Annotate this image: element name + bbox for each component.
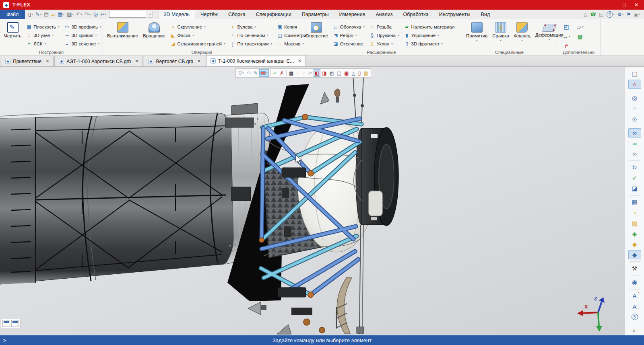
shaded-edges-mode-icon[interactable]: ◆ — [628, 250, 641, 259]
help-icon[interactable]: ?▾ — [606, 10, 616, 18]
viewport-settings-icon[interactable]: ▢ — [628, 69, 641, 78]
settings-gear-icon[interactable]: ⚙▾ — [617, 10, 624, 18]
window-layout-button-1[interactable] — [2, 320, 10, 327]
revolve-button[interactable]: Вращение — [141, 21, 167, 39]
ribbon-item-3d-fragment[interactable]: ▯3D фрагмент▾ — [402, 39, 456, 48]
more-tools-icon[interactable]: » — [628, 326, 641, 335]
window-layout-button-2[interactable] — [11, 320, 19, 327]
tab-specifications[interactable]: Спецификации — [251, 10, 297, 19]
zoom-previous-icon[interactable]: ⊙ — [628, 115, 641, 124]
ribbon-item-3d-curve[interactable]: ∼3D кривая▾ — [63, 31, 103, 39]
tab-analysis[interactable]: Анализ — [370, 10, 398, 19]
zoom-window-icon[interactable]: ◌ — [628, 104, 641, 113]
flange-button[interactable]: Фланец ▾ — [512, 21, 532, 43]
check-model-icon[interactable]: ✓ — [628, 173, 641, 183]
select-arc-icon[interactable]: ◠ — [246, 69, 252, 77]
show-construction-icon[interactable]: ∞ — [628, 139, 641, 148]
tab-view[interactable]: Вид — [476, 10, 495, 19]
show-elements-icon[interactable]: ∞ — [628, 128, 641, 138]
ribbon-item-3d-node[interactable]: ∴3D узел▾ — [25, 31, 61, 39]
ribbon-item-trim[interactable]: ◪Отсечение — [331, 39, 366, 48]
print-icon[interactable]: ▥▾ — [66, 10, 74, 18]
tab-3d-model[interactable]: 3D Модель — [158, 10, 195, 19]
undo-icon[interactable]: ↶▾ — [75, 10, 83, 18]
ribbon-item-draft[interactable]: ∠Уклон▾ — [368, 39, 401, 48]
document-tab-spacecraft[interactable]: ◆ Т-1-000 Космический аппарат С... ✕ — [206, 55, 306, 66]
snap-3d-node-icon[interactable]: ∴ — [295, 69, 301, 77]
close-button[interactable]: ✕ — [630, 0, 642, 10]
ribbon-item-3d-section[interactable]: ◒3D сечение▾ — [63, 39, 103, 48]
redo-icon[interactable]: ↷▾ — [84, 10, 91, 18]
calculator-icon[interactable]: ▩ — [573, 32, 587, 41]
flag-icon[interactable]: ⚑ — [625, 10, 632, 18]
support-chat-icon[interactable]: ☎ — [589, 10, 597, 18]
new-3d-model-icon[interactable]: ✎▾ — [35, 10, 42, 18]
document-properties-icon[interactable]: ▤ — [43, 10, 50, 18]
selection-filter-icon[interactable]: ▽▾ — [237, 69, 245, 77]
select-rectangle-icon[interactable]: ▾ — [259, 69, 269, 77]
rotate-view-icon[interactable]: ↻ — [628, 163, 641, 172]
maximize-button[interactable]: □ — [618, 0, 630, 10]
snap-grid-icon[interactable]: ▦ — [288, 69, 295, 77]
dimension-icon[interactable]: ↔▾ — [559, 32, 573, 41]
font-decrease-icon[interactable]: A — [628, 302, 641, 311]
ribbon-item-3d-profile[interactable]: ▭3D профиль▾ — [63, 23, 103, 31]
select-sheet-icon[interactable]: ▯ — [357, 69, 362, 77]
open-folder-icon[interactable]: ▱ — [50, 10, 56, 18]
hidden-lines-mode-icon[interactable]: ▧ — [628, 219, 641, 228]
ribbon-item-simplify[interactable]: ▮Упрощение▾ — [402, 31, 456, 39]
snap-magnet-icon[interactable]: ∩ — [628, 80, 641, 89]
extrude-button[interactable]: Выталкивание — [105, 21, 140, 39]
scene-settings-icon[interactable]: ⚒ — [628, 264, 641, 273]
spacecraft-3d-model[interactable] — [0, 67, 625, 335]
tab-parameters[interactable]: Параметры — [297, 10, 334, 19]
ribbon-item-loft[interactable]: ≈По сечениям▾ — [228, 31, 274, 39]
ribbon-item-shell[interactable]: ◻Оболочка▾ — [331, 23, 366, 31]
select-face-icon[interactable]: ◧ — [314, 69, 320, 77]
ribbon-item-apply-material[interactable]: ▰Наложить материал — [402, 23, 456, 31]
select-fragment-icon[interactable]: ▤ — [362, 69, 369, 77]
select-brush-icon[interactable]: ✎ — [252, 69, 259, 77]
new-document-icon[interactable]: ▯▾ — [27, 10, 34, 18]
save-icon[interactable]: ▦▾ — [57, 10, 65, 18]
font-increase-icon[interactable]: A — [628, 291, 641, 300]
close-tab-icon[interactable]: ✕ — [135, 59, 138, 64]
wireframe-mode-icon[interactable]: ▦ — [628, 197, 641, 207]
stitch-button[interactable]: Сшивка ▾ — [491, 21, 511, 43]
undo-view-icon[interactable]: ↩▾ — [99, 10, 107, 18]
components-grid-icon[interactable]: ◰ — [559, 22, 573, 32]
window-layout-icon[interactable]: ▣▾ — [633, 10, 641, 18]
close-tab-icon[interactable]: ✕ — [298, 58, 301, 64]
zoom-value-icon[interactable]: 5 — [628, 312, 641, 322]
materials-mode-icon[interactable]: ◆ — [628, 240, 641, 249]
ribbon-item-plane[interactable]: ▦Плоскость▾ — [25, 23, 61, 31]
preview-icon[interactable]: ◎ — [93, 10, 99, 18]
ribbon-item-chamfer[interactable]: ◣Фаска▾ — [169, 31, 227, 39]
select-circular-face-icon[interactable]: ◨ — [321, 69, 328, 77]
command-input[interactable] — [109, 11, 146, 18]
tab-tools[interactable]: Инструменты — [434, 10, 476, 19]
tab-machining[interactable]: Обработка — [398, 10, 434, 19]
camera-icon[interactable]: ◉ — [628, 277, 641, 287]
snap-workplane-icon[interactable]: ▱ — [307, 69, 313, 77]
ribbon-item-lcs[interactable]: +ЛСК▾ — [25, 39, 61, 48]
primitive-button[interactable]: Примитив ▾ — [464, 21, 489, 43]
select-edge-icon[interactable]: ◩ — [328, 69, 335, 77]
screen-view-icon[interactable]: ◱ — [598, 10, 604, 18]
document-tab-welcome[interactable]: ◆ Приветствие ✕ — [1, 56, 54, 66]
ribbon-item-thread[interactable]: ≡Резьба — [368, 23, 401, 31]
shading-mode-icon[interactable]: ◔ — [628, 208, 641, 218]
attach-file-icon[interactable]: ⊃▾ — [573, 22, 587, 32]
notifications-triangle-icon[interactable]: △ — [583, 10, 588, 18]
zoom-icon[interactable]: ◎ — [628, 93, 641, 103]
ribbon-item-smooth-faces[interactable]: ◢Сглаживание граней▾ — [169, 39, 227, 48]
tab-drawing[interactable]: Чертёж — [195, 10, 223, 19]
ribbon-item-spring[interactable]: §Пружина▾ — [368, 31, 401, 39]
verify-mode-icon[interactable]: ◈ — [628, 229, 641, 238]
select-vertex-icon[interactable]: ▣ — [343, 69, 350, 77]
close-tab-icon[interactable]: ✕ — [197, 59, 201, 64]
document-tab-aerotaxi[interactable]: ◆ АЭТ-1-000 Аэротакси СБ.grb ✕ — [54, 56, 143, 66]
ribbon-item-fillet[interactable]: ◖Скругление▾ — [169, 23, 227, 31]
ribbon-item-rib[interactable]: ◥Ребро▾ — [331, 31, 366, 39]
select-loop-icon[interactable]: ◫ — [336, 69, 343, 77]
